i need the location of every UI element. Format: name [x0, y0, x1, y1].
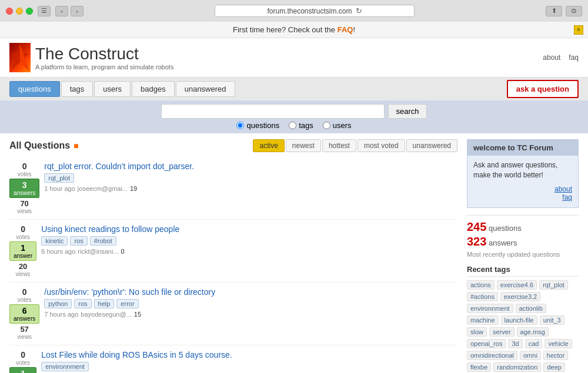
tag-cloud-tag[interactable]: environnment	[467, 304, 513, 313]
question-tag[interactable]: environnment	[41, 362, 89, 371]
announcement-text: First time here? Check out the FAQ!	[233, 25, 355, 34]
stats-area: 245 questions 323 answers Most recently …	[467, 215, 579, 258]
new-tab-button[interactable]: ⧉	[566, 6, 582, 16]
welcome-title: welcome to TC Forum	[467, 140, 578, 156]
tag-cloud-tag[interactable]: server	[489, 327, 514, 337]
tag-cloud-tag[interactable]: launch-file	[501, 315, 537, 325]
close-window-button[interactable]	[6, 8, 13, 15]
refresh-button[interactable]: ↻	[356, 6, 362, 15]
radio-questions[interactable]: questions	[236, 121, 279, 130]
recent-tags-section: Recent tags actionsexercise4.6rqt_plot#a…	[467, 265, 579, 373]
question-tag[interactable]: python	[44, 299, 72, 308]
tag-cloud-tag[interactable]: actions	[467, 280, 495, 290]
meta-time: 6 hours ago	[41, 248, 75, 255]
ask-question-button[interactable]: ask a question	[507, 80, 579, 98]
filter-newest[interactable]: newest	[286, 139, 321, 152]
tag-cloud-tag[interactable]: flexbe	[467, 362, 491, 372]
tag-cloud-tag[interactable]: actionlib	[516, 304, 546, 313]
tab-tags[interactable]: tags	[61, 81, 93, 97]
tag-cloud-tag[interactable]: deep	[543, 362, 564, 372]
tag-cloud-tag[interactable]: #actions	[467, 292, 498, 301]
filter-unanswered[interactable]: unanswered	[406, 139, 457, 152]
question-tag[interactable]: rqt_plot	[44, 173, 74, 183]
meta-user: bayodesegun@...	[81, 311, 131, 318]
tag-cloud-tag[interactable]: vehicle	[544, 339, 572, 348]
questions-label: questions	[489, 224, 522, 233]
votes-stat: 0 votes	[16, 224, 30, 240]
maximize-window-button[interactable]	[26, 8, 33, 15]
tag-cloud-tag[interactable]: rqt_plot	[539, 280, 568, 290]
welcome-faq-link[interactable]: faq	[473, 193, 572, 201]
question-tag[interactable]: kinetic	[41, 236, 68, 246]
site-header: The Construct A platform to learn, progr…	[0, 38, 588, 78]
tag-cloud: actionsexercise4.6rqt_plot#actionsexerci…	[467, 280, 579, 373]
question-stats: 0 votes 1 answer 41 views	[9, 350, 36, 373]
radio-tags[interactable]: tags	[289, 121, 313, 130]
question-tags: environnment	[41, 362, 457, 371]
filter-active[interactable]: active	[253, 139, 284, 152]
question-stats: 0 votes 6 answers 57 views	[9, 287, 39, 340]
meta-points: 19	[130, 185, 137, 192]
question-meta: 7 hours ago bayodesegun@... 15	[44, 311, 457, 318]
tag-cloud-tag[interactable]: machine	[467, 315, 499, 325]
tag-cloud-tag[interactable]: exercise4.6	[497, 280, 537, 290]
questions-list: 0 votes 3 answers 70 views rqt_plot erro…	[9, 157, 457, 373]
tag-cloud-tag[interactable]: age.msg	[517, 327, 549, 337]
filter-tabs: active newest hottest most voted unanswe…	[253, 139, 457, 152]
filter-hottest[interactable]: hottest	[322, 139, 356, 152]
header-nav: about faq	[543, 53, 579, 62]
question-title[interactable]: rqt_plot error. Couldn't import dot_pars…	[44, 162, 457, 171]
tab-users[interactable]: users	[94, 81, 131, 97]
tab-questions[interactable]: questions	[9, 81, 60, 97]
welcome-links: about faq	[473, 185, 572, 201]
browser-chrome: ☰ ‹ › forum.theconstructsim.com ↻ ⬆ ⧉	[0, 0, 588, 22]
url-bar[interactable]: forum.theconstructsim.com ↻	[215, 5, 415, 17]
tag-cloud-tag[interactable]: exercise3.2	[500, 292, 540, 301]
logo-text: The Construct A platform to learn, progr…	[35, 45, 173, 70]
question-tag[interactable]: error	[116, 299, 138, 308]
search-button[interactable]: search	[388, 104, 426, 119]
tag-cloud-tag[interactable]: randomization	[493, 362, 541, 372]
header-faq-link[interactable]: faq	[569, 53, 579, 62]
tag-cloud-tag[interactable]: hector	[543, 351, 569, 360]
question-tag[interactable]: #robot	[90, 236, 116, 246]
question-title[interactable]: Using kinect readings to follow people	[41, 224, 457, 234]
question-tag[interactable]: help	[94, 299, 115, 308]
minimize-window-button[interactable]	[16, 8, 23, 15]
meta-user: joseecm@gmai...	[78, 185, 128, 192]
radio-users[interactable]: users	[323, 121, 352, 130]
site-subtitle: A platform to learn, program and simulat…	[35, 63, 173, 70]
question-stats: 0 votes 3 answers 70 views	[9, 162, 39, 214]
tab-unanswered[interactable]: unanswered	[176, 81, 235, 97]
questions-count: 245	[467, 220, 486, 233]
question-row: 0 votes 1 answer 41 views Lost Files whi…	[9, 345, 457, 373]
back-button[interactable]: ‹	[55, 6, 68, 16]
tag-cloud-tag[interactable]: unit_3	[540, 315, 564, 325]
tag-cloud-tag[interactable]: 3d	[508, 339, 522, 348]
question-tag[interactable]: ros	[70, 236, 87, 246]
forward-button[interactable]: ›	[71, 6, 83, 16]
tag-cloud-tag[interactable]: omnidirectional	[467, 351, 517, 360]
welcome-about-link[interactable]: about	[473, 185, 572, 193]
tag-cloud-tag[interactable]: openai_ros	[467, 339, 506, 348]
share-button[interactable]: ⬆	[546, 6, 562, 16]
answers-stat: 323 answers	[467, 235, 579, 248]
search-input[interactable]	[161, 104, 385, 119]
tab-badges[interactable]: badges	[132, 81, 175, 97]
question-tag[interactable]: ros	[74, 299, 91, 308]
question-title[interactable]: /usr/bin/env: 'python\r': No such file o…	[44, 287, 457, 297]
tag-cloud-tag[interactable]: slow	[467, 327, 487, 337]
tag-cloud-tag[interactable]: omni	[520, 351, 541, 360]
header-about-link[interactable]: about	[543, 53, 560, 62]
svg-marker-1	[20, 44, 29, 71]
tag-cloud-tag[interactable]: cad	[525, 339, 543, 348]
close-announcement-button[interactable]: ×	[574, 25, 583, 35]
filter-most-voted[interactable]: most voted	[358, 139, 405, 152]
question-body: /usr/bin/env: 'python\r': No such file o…	[44, 287, 457, 318]
views-stat: 57 views	[14, 325, 35, 340]
question-title[interactable]: Lost Files while doing ROS BAsics in 5 d…	[41, 350, 457, 359]
questions-header: All Questions ■ active newest hottest mo…	[9, 139, 457, 152]
faq-link[interactable]: FAQ	[338, 25, 353, 34]
browser-sidebar-toggle[interactable]: ☰	[38, 6, 51, 16]
search-radio-row: questions tags users	[236, 121, 351, 130]
